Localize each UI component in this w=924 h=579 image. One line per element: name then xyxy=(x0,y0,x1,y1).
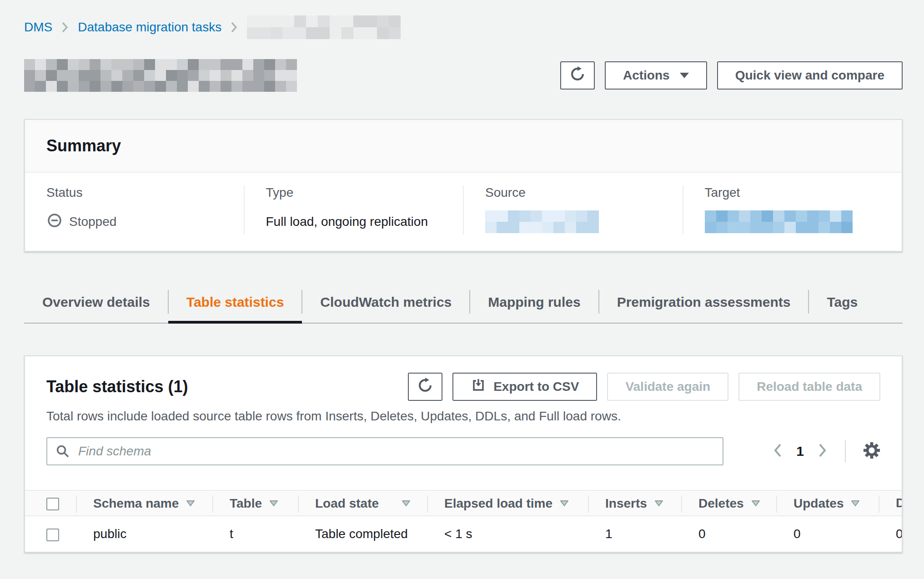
validate-again-button[interactable]: Validate again xyxy=(607,373,728,401)
cell-updates: 0 xyxy=(776,516,879,552)
summary-target-field: Target xyxy=(683,185,902,235)
tab-label: Mapping rules xyxy=(488,294,580,309)
sort-icon xyxy=(269,495,278,509)
cell-load-state: Table completed xyxy=(298,516,427,552)
search-icon xyxy=(55,444,70,459)
sort-icon xyxy=(851,495,860,509)
column-label: Schema name xyxy=(93,496,179,510)
column-header-deletes[interactable]: Deletes xyxy=(681,490,776,516)
cell-table: t xyxy=(212,516,298,552)
stopped-icon xyxy=(46,212,63,232)
previous-page-button[interactable] xyxy=(773,443,783,460)
sort-icon xyxy=(654,495,663,509)
table-refresh-button[interactable] xyxy=(408,373,442,401)
column-label: Load state xyxy=(315,496,379,510)
breadcrumb-separator-icon xyxy=(231,21,238,33)
column-header-updates[interactable]: Updates xyxy=(776,490,879,516)
summary-source-field: Source xyxy=(463,185,683,235)
table-statistics-description: Total rows include loaded source table r… xyxy=(25,409,902,424)
sort-icon xyxy=(186,495,195,509)
summary-type-field: Type Full load, ongoing replication xyxy=(244,185,463,235)
task-name-redacted xyxy=(24,59,297,92)
summary-card: Summary Status Stopped Type Full load, o… xyxy=(24,119,903,252)
row-checkbox[interactable] xyxy=(46,529,59,541)
table-toolbar: 1 xyxy=(25,437,902,465)
reload-table-data-label: Reload table data xyxy=(757,379,862,394)
summary-title: Summary xyxy=(25,120,902,173)
sort-icon xyxy=(751,495,760,509)
pager-divider xyxy=(845,440,846,462)
actions-button[interactable]: Actions xyxy=(605,61,707,90)
summary-status-field: Status Stopped xyxy=(25,185,244,235)
select-all-checkbox[interactable] xyxy=(46,498,59,510)
column-header-ddls[interactable]: DDLs xyxy=(879,490,903,516)
quick-view-compare-button[interactable]: Quick view and compare xyxy=(717,61,903,90)
page-number[interactable]: 1 xyxy=(796,444,804,459)
sort-icon xyxy=(402,495,411,509)
validate-again-label: Validate again xyxy=(625,379,710,394)
find-schema-input[interactable] xyxy=(46,437,723,465)
breadcrumb-current-redacted xyxy=(247,15,401,39)
dms-task-page: DMS Database migration tasks Actions Qui… xyxy=(0,0,924,553)
status-value: Stopped xyxy=(69,215,116,229)
cell-ddls: 0 xyxy=(879,516,903,552)
header-actions: Actions Quick view and compare xyxy=(560,61,903,90)
tab-label: Table statistics xyxy=(186,294,284,309)
tab-label: Tags xyxy=(827,294,858,309)
column-header-load-state[interactable]: Load state xyxy=(298,490,427,516)
status-label: Status xyxy=(46,185,226,200)
table-statistics-title: Table statistics (1) xyxy=(46,377,188,396)
tab-label: Overview details xyxy=(42,294,150,309)
type-value: Full load, ongoing replication xyxy=(266,209,445,235)
column-header-schema-name[interactable]: Schema name xyxy=(76,490,212,516)
tab-tags[interactable]: Tags xyxy=(808,284,876,323)
tab-overview-details[interactable]: Overview details xyxy=(24,284,168,323)
target-label: Target xyxy=(705,185,884,200)
summary-body: Status Stopped Type Full load, ongoing r… xyxy=(25,173,902,251)
tab-premigration-assessments[interactable]: Premigration assessments xyxy=(599,284,809,323)
column-label: Deletes xyxy=(698,496,744,510)
tab-mapping-rules[interactable]: Mapping rules xyxy=(470,284,598,323)
breadcrumb: DMS Database migration tasks xyxy=(24,15,903,39)
column-header-table[interactable]: Table xyxy=(212,490,298,516)
reload-table-data-button[interactable]: Reload table data xyxy=(738,373,880,401)
target-value-redacted[interactable] xyxy=(705,210,853,233)
refresh-icon xyxy=(569,66,586,85)
refresh-button[interactable] xyxy=(560,61,595,90)
actions-button-label: Actions xyxy=(623,68,670,83)
tab-table-statistics[interactable]: Table statistics xyxy=(168,284,302,323)
breadcrumb-link-tasks[interactable]: Database migration tasks xyxy=(78,20,221,35)
task-tabs: Overview details Table statistics CloudW… xyxy=(24,284,903,324)
row-select-cell xyxy=(25,516,76,552)
table-statistics-card: Table statistics (1) Export to CSV Valid… xyxy=(24,355,903,553)
breadcrumb-separator-icon xyxy=(61,21,69,33)
column-header-inserts[interactable]: Inserts xyxy=(588,490,681,516)
chevron-left-icon xyxy=(773,443,783,460)
chevron-right-icon xyxy=(818,443,828,460)
quick-view-label: Quick view and compare xyxy=(735,68,884,83)
cell-schema-name: public xyxy=(76,516,212,552)
breadcrumb-link-dms[interactable]: DMS xyxy=(24,20,52,35)
refresh-icon xyxy=(417,377,433,397)
column-label: DDLs xyxy=(896,496,903,510)
source-value-redacted[interactable] xyxy=(485,210,599,233)
column-label: Table xyxy=(230,496,262,510)
type-label: Type xyxy=(266,185,445,200)
export-to-csv-button[interactable]: Export to CSV xyxy=(452,373,597,401)
preferences-button[interactable] xyxy=(863,442,880,461)
download-icon xyxy=(471,378,486,396)
table-row: public t Table completed < 1 s 1 0 0 0 xyxy=(25,516,903,552)
cell-deletes: 0 xyxy=(681,516,776,552)
sort-icon xyxy=(560,495,569,509)
tab-cloudwatch-metrics[interactable]: CloudWatch metrics xyxy=(302,284,470,323)
source-label: Source xyxy=(485,185,664,200)
column-label: Inserts xyxy=(605,496,647,510)
page-header: Actions Quick view and compare xyxy=(24,59,903,92)
cell-elapsed-load-time: < 1 s xyxy=(427,516,588,552)
gear-icon xyxy=(863,442,880,461)
export-to-csv-label: Export to CSV xyxy=(493,379,579,394)
column-label: Updates xyxy=(793,496,844,510)
pagination: 1 xyxy=(773,440,880,462)
next-page-button[interactable] xyxy=(818,443,828,460)
column-header-elapsed-load-time[interactable]: Elapsed load time xyxy=(427,490,588,516)
